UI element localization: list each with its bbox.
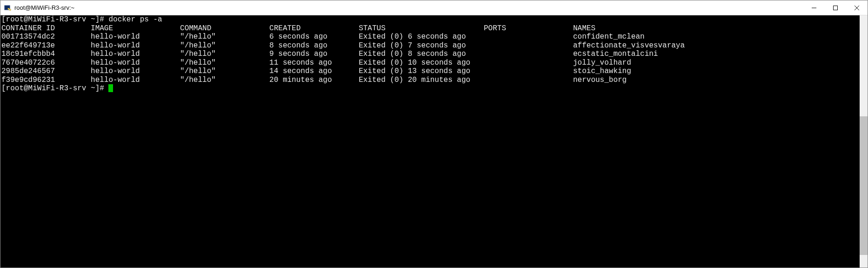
table-header: CONTAINER ID IMAGE COMMAND CREATED STATU…	[1, 24, 859, 33]
terminal-output[interactable]: [root@MiWiFi-R3-srv ~]# docker ps -aCONT…	[0, 15, 860, 268]
scrollbar-thumb[interactable]	[860, 116, 868, 255]
table-row: 001713574dc2 hello-world "/hello" 6 seco…	[1, 33, 859, 41]
table-row: ee22f649713e hello-world "/hello" 8 seco…	[1, 41, 859, 50]
prompt-line: [root@MiWiFi-R3-srv ~]# docker ps -a	[1, 15, 859, 24]
terminal-window: root@MiWiFi-R3-srv:~ [root@MiWiFi-R3-srv…	[0, 0, 868, 268]
scrollbar-vertical[interactable]	[860, 15, 868, 268]
table-row: 2985de246567 hello-world "/hello" 14 sec…	[1, 67, 859, 76]
terminal-area: [root@MiWiFi-R3-srv ~]# docker ps -aCONT…	[0, 15, 868, 268]
putty-icon	[4, 4, 12, 12]
svg-rect-3	[834, 6, 838, 10]
table-row: f39e9cd96231 hello-world "/hello" 20 min…	[1, 76, 859, 85]
command-text: docker ps -a	[108, 15, 162, 24]
cursor	[108, 84, 113, 92]
titlebar[interactable]: root@MiWiFi-R3-srv:~	[0, 0, 868, 15]
close-button[interactable]	[846, 0, 868, 15]
prompt: [root@MiWiFi-R3-srv ~]#	[1, 84, 108, 93]
maximize-button[interactable]	[825, 0, 846, 15]
prompt-line: [root@MiWiFi-R3-srv ~]#	[1, 84, 859, 93]
table-row: 7670e40722c6 hello-world "/hello" 11 sec…	[1, 59, 859, 67]
minimize-button[interactable]	[803, 0, 825, 15]
window-title: root@MiWiFi-R3-srv:~	[14, 0, 803, 15]
prompt: [root@MiWiFi-R3-srv ~]#	[1, 15, 108, 24]
window-controls	[803, 0, 868, 15]
table-row: 18c91efcbbb4 hello-world "/hello" 9 seco…	[1, 50, 859, 59]
